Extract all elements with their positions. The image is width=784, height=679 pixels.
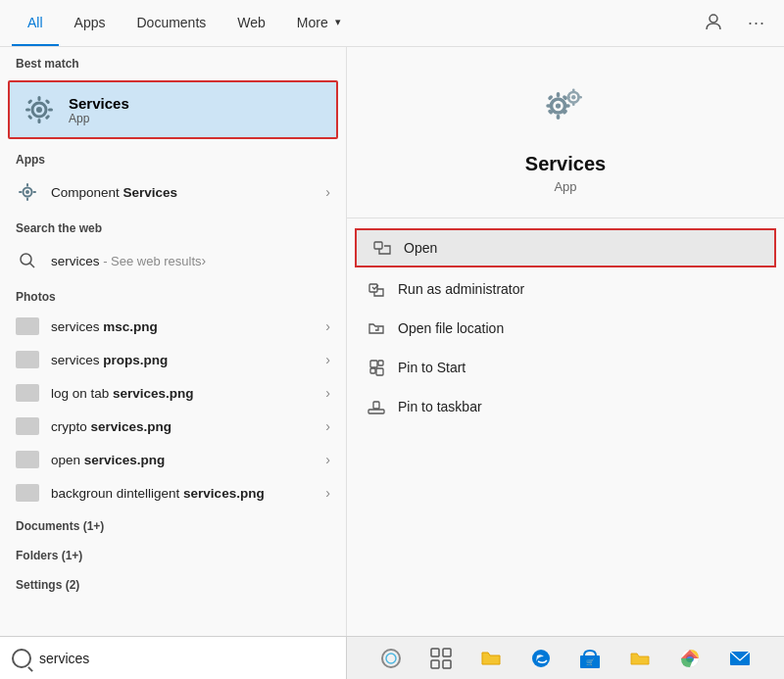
photo-thumb-4	[16, 451, 39, 468]
svg-rect-22	[557, 115, 561, 120]
action-pin-start[interactable]: Pin to Start	[347, 348, 784, 387]
settings-label: Settings (2)	[0, 568, 346, 598]
chevron-down-icon: ▾	[335, 16, 341, 28]
apps-section-label: Apps	[0, 143, 346, 172]
run-admin-icon	[367, 279, 386, 299]
svg-point-17	[21, 254, 31, 265]
component-services-item[interactable]: Component Services ›	[0, 172, 346, 212]
tab-apps-label: Apps	[74, 15, 106, 30]
action-run-admin-label: Run as administrator	[398, 281, 524, 297]
app-detail-type: App	[554, 179, 576, 194]
svg-rect-34	[579, 96, 583, 99]
svg-rect-37	[370, 361, 377, 367]
photo-text-0: services msc.png	[51, 319, 325, 334]
ellipsis-icon: ···	[748, 13, 765, 33]
more-options-button[interactable]: ···	[741, 8, 772, 39]
photo-text-4: open services.png	[51, 453, 325, 467]
web-search-item[interactable]: services - See web results ›	[0, 241, 346, 280]
photo-thumb-1	[16, 351, 39, 368]
svg-rect-47	[431, 660, 439, 668]
action-pin-taskbar-label: Pin to taskbar	[398, 399, 482, 414]
svg-rect-48	[443, 660, 451, 668]
action-open-location[interactable]: Open file location	[347, 309, 784, 348]
web-search-query: services	[51, 254, 100, 268]
left-panel: Best match Services App	[0, 47, 347, 636]
action-open-location-label: Open file location	[398, 320, 504, 336]
cortana-icon[interactable]	[375, 643, 407, 674]
tab-all[interactable]: All	[12, 0, 59, 46]
action-open-label: Open	[404, 240, 437, 256]
action-list: Open Run as administrator	[347, 218, 784, 434]
svg-point-0	[710, 15, 717, 23]
main-container: Best match Services App	[0, 47, 784, 636]
svg-rect-4	[38, 119, 41, 123]
best-match-text: Services App	[69, 95, 129, 125]
photos-section-label: Photos	[0, 280, 346, 310]
user-icon-button[interactable]	[698, 8, 729, 39]
photo-arrow-0: ›	[325, 318, 330, 334]
web-section-label: Search the web	[0, 212, 346, 241]
tab-apps[interactable]: Apps	[59, 0, 122, 46]
nav-right-icons: ···	[698, 8, 772, 39]
tab-more-label: More	[297, 15, 328, 30]
photo-item-0[interactable]: services msc.png ›	[0, 310, 346, 343]
svg-rect-5	[25, 109, 30, 112]
mail-icon[interactable]	[724, 643, 756, 674]
action-open[interactable]: Open	[355, 228, 776, 267]
svg-rect-31	[572, 89, 575, 93]
app-detail: Services App	[347, 47, 784, 218]
tab-web[interactable]: Web	[221, 0, 281, 46]
taskbar: services	[0, 636, 784, 679]
photo-item-5[interactable]: backgroun dintelligent services.png ›	[0, 476, 346, 509]
photo-item-3[interactable]: crypto services.png ›	[0, 410, 346, 443]
svg-rect-14	[26, 198, 28, 202]
svg-rect-21	[557, 92, 561, 97]
action-run-admin[interactable]: Run as administrator	[347, 269, 784, 309]
task-view-icon[interactable]	[425, 643, 457, 674]
top-nav: All Apps Documents Web More ▾ ···	[0, 0, 784, 47]
photo-item-4[interactable]: open services.png ›	[0, 443, 346, 476]
photo-thumb-2	[16, 384, 39, 402]
folder-icon[interactable]	[624, 643, 656, 674]
edge-browser-icon[interactable]	[525, 643, 557, 674]
svg-rect-15	[19, 191, 23, 193]
component-services-arrow: ›	[325, 184, 330, 200]
photo-arrow-3: ›	[325, 418, 330, 434]
svg-point-44	[386, 654, 396, 663]
photo-item-2[interactable]: log on tab services.png ›	[0, 376, 346, 410]
chrome-icon[interactable]	[674, 643, 706, 674]
svg-rect-41	[368, 410, 384, 413]
svg-point-30	[571, 95, 575, 99]
action-pin-taskbar[interactable]: Pin to taskbar	[347, 387, 784, 426]
documents-label: Documents (1+)	[0, 509, 346, 539]
tab-documents[interactable]: Documents	[121, 0, 221, 46]
pin-start-icon	[367, 358, 386, 377]
app-detail-name: Services	[525, 153, 606, 175]
svg-point-49	[532, 650, 550, 667]
store-icon[interactable]: 🛒	[574, 643, 606, 674]
photo-item-1[interactable]: services props.png ›	[0, 343, 346, 376]
photo-thumb-5	[16, 484, 39, 502]
file-explorer-icon[interactable]	[475, 643, 507, 674]
tab-more[interactable]: More ▾	[281, 0, 357, 46]
svg-rect-42	[373, 402, 379, 409]
svg-point-43	[382, 650, 400, 667]
best-match-title: Services	[69, 95, 129, 112]
svg-rect-38	[378, 361, 383, 365]
svg-rect-3	[38, 96, 41, 101]
best-match-item[interactable]: Services App	[8, 80, 338, 139]
svg-rect-45	[431, 649, 439, 656]
app-detail-icon	[534, 78, 597, 141]
taskbar-app-icons: 🛒	[347, 643, 784, 674]
svg-text:🛒: 🛒	[586, 657, 595, 666]
web-search-link: - See web results	[100, 254, 202, 268]
tab-web-label: Web	[237, 15, 266, 30]
tab-all-label: All	[27, 15, 43, 30]
photo-text-2: log on tab services.png	[51, 386, 325, 401]
photo-arrow-5: ›	[325, 485, 330, 501]
svg-rect-46	[443, 649, 451, 656]
svg-rect-9	[27, 115, 33, 121]
taskbar-search-text: services	[39, 651, 89, 666]
taskbar-search[interactable]: services	[0, 637, 347, 680]
photo-thumb-0	[16, 317, 39, 335]
